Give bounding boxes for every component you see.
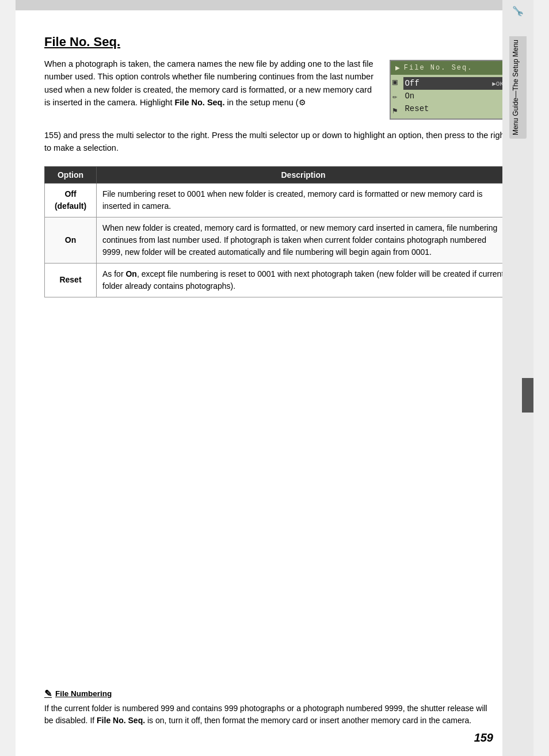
table-cell-option-on: On [45, 217, 97, 263]
table-header-option: Option [45, 166, 97, 183]
intro-section: When a photograph is taken, the camera n… [44, 58, 510, 120]
camera-screen: ▶ File No. Seq. ▣ ✏ ⚑ Off ▶OK [390, 60, 510, 120]
setup-icon: ⚙ [299, 98, 306, 107]
note-title-text: File Numbering [55, 689, 112, 698]
card-icon: ▣ [392, 77, 397, 87]
top-bar [16, 0, 502, 10]
option-off-label: Off [405, 79, 419, 88]
note-pencil-icon: ✎ [44, 688, 52, 699]
intro-text: When a photograph is taken, the camera n… [44, 58, 378, 120]
sidebar-label: Menu Guide—The Setup Menu [509, 36, 527, 139]
page-number: 159 [474, 731, 493, 744]
table-cell-desc-on: When new folder is created, memory card … [97, 217, 510, 263]
sidebar-bookmark [522, 378, 533, 413]
screen-side-icons: ▣ ✏ ⚑ [391, 75, 399, 118]
camera-option-off: Off ▶OK [403, 77, 505, 90]
continuation-text: 155) and press the multi selector to the… [44, 129, 510, 155]
table-cell-option-off: Off(default) [45, 183, 97, 217]
table-cell-desc-off: File numbering reset to 0001 when new fo… [97, 183, 510, 217]
table-row: Off(default) File numbering reset to 000… [45, 183, 510, 217]
camera-screen-header: ▶ File No. Seq. [391, 61, 509, 75]
page-title: File No. Seq. [44, 35, 510, 49]
wrench-icon: 🔧 [512, 6, 524, 17]
table-row: On When new folder is created, memory ca… [45, 217, 510, 263]
camera-screen-body: Off ▶OK On Reset [399, 75, 509, 119]
table-row: Reset As for On, except file numbering i… [45, 263, 510, 297]
camera-option-on: On [403, 90, 505, 102]
option-reset-label: Reset [405, 104, 429, 113]
table-cell-desc-reset: As for On, except file numbering is rese… [97, 263, 510, 297]
pencil-icon: ✏ [392, 91, 397, 101]
flag-icon: ⚑ [392, 106, 397, 116]
camera-screen-title: File No. Seq. [404, 64, 473, 72]
table-cell-option-reset: Reset [45, 263, 97, 297]
table-header-description: Description [97, 166, 510, 183]
options-table: Option Description Off(default) File num… [44, 166, 510, 297]
camera-play-icon: ▶ [395, 63, 401, 72]
note-title: ✎ File Numbering [44, 688, 493, 699]
screen-row: ▣ ✏ ⚑ Off ▶OK On Reset [391, 75, 509, 119]
camera-option-reset: Reset [403, 102, 505, 115]
bottom-note: ✎ File Numbering If the current folder i… [44, 688, 493, 727]
intro-para-1: When a photograph is taken, the camera n… [44, 59, 373, 107]
note-text: If the current folder is numbered 999 an… [44, 702, 493, 727]
right-sidebar: 🔧 Menu Guide—The Setup Menu [502, 0, 533, 756]
option-on-label: On [405, 91, 414, 101]
